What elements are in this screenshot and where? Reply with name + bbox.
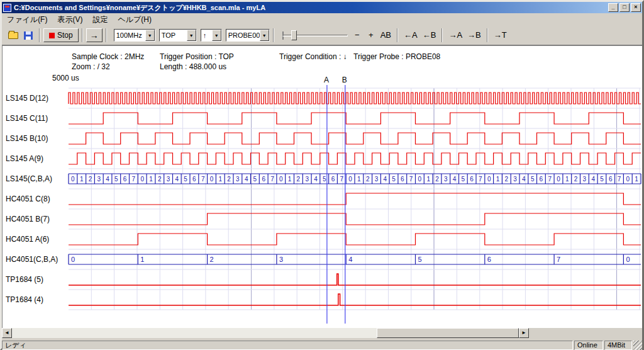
bus-value: 5 (462, 176, 465, 183)
minimize-button[interactable]: _ (608, 3, 618, 12)
waveform-ls145-b-10 (69, 133, 641, 144)
stop-button[interactable]: Stop (43, 28, 79, 42)
bus-value: 4 (522, 176, 526, 183)
waveform-hc4051-a-6 (69, 234, 641, 245)
resize-grip[interactable] (633, 341, 642, 350)
bus-value: 4 (314, 176, 318, 183)
jump-left-marker-a-button[interactable]: ←A (401, 28, 420, 42)
bus-value: 0 (279, 176, 283, 183)
status-ready-text: レディ (2, 341, 573, 350)
open-file-button[interactable] (6, 28, 21, 42)
menu-view[interactable]: 表示(V) (52, 13, 87, 26)
toolbar-separator (39, 28, 40, 42)
bus-value: 0 (140, 176, 144, 183)
time-origin-label: 5000 us (52, 74, 79, 82)
dropdown-arrow-icon[interactable] (145, 30, 155, 41)
bus-value: 5 (600, 176, 604, 183)
channel-label-ls145-c-11: LS145 C(11) (6, 114, 48, 123)
bus-value: 7 (409, 176, 413, 183)
channel-label-tp1684-5: TP1684 (5) (6, 275, 43, 284)
maximize-button[interactable]: □ (619, 3, 630, 12)
bus-value: 0 (210, 176, 214, 183)
bus-value: 5 (531, 176, 535, 183)
bus-value: 0 (626, 176, 630, 183)
trigger-probe-combo[interactable]: PROBE00 (226, 29, 270, 42)
bus-value: 2 (505, 176, 509, 183)
waveform-ls145-d-12 (69, 93, 641, 104)
bus-value: 2 (574, 176, 578, 183)
timing-diagram[interactable]: 5000 usLS145 D(12)LS145 C(11)LS145 B(10)… (3, 46, 643, 329)
scrollbar-thumb[interactable] (377, 328, 519, 338)
toolbar-separator (82, 28, 83, 42)
horizontal-scrollbar[interactable] (2, 328, 529, 338)
trigger-probe-value: PROBE00 (226, 30, 260, 41)
bus-value: 7 (479, 176, 482, 183)
app-window: C:¥Documents and Settings¥noname¥デスクトップ¥… (0, 0, 644, 350)
dropdown-arrow-icon[interactable] (187, 30, 196, 41)
waveform-ls145-a-9 (69, 153, 641, 164)
scroll-right-arrow-icon[interactable] (519, 328, 529, 338)
bus-value: 4 (453, 176, 457, 183)
bus-value: 7 (557, 256, 560, 263)
channel-label-hc4051-c-8: HC4051 C(8) (6, 195, 50, 203)
channel-label-hc4051-c-b-a: HC4051(C,B,A) (6, 255, 58, 264)
channel-label-ls145-c-b-a: LS145(C,B,A) (6, 174, 52, 183)
jump-left-marker-b-button[interactable]: ←B (420, 28, 439, 42)
zoom-slider[interactable] (280, 28, 350, 42)
trigger-position-value: TOP (160, 30, 187, 41)
bus-value: 3 (279, 256, 283, 263)
dropdown-arrow-icon[interactable] (260, 30, 269, 41)
bus-value: 6 (123, 176, 127, 183)
bus-value: 4 (591, 176, 595, 183)
bus-value: 3 (583, 176, 587, 183)
status-memory-badge: 4MBit (604, 341, 632, 350)
bus-value: 0 (557, 176, 560, 183)
bus-value: 7 (340, 176, 344, 183)
waveform-tp1684-4 (69, 294, 641, 305)
zoom-out-button[interactable]: − (350, 28, 364, 42)
bus-value: 1 (635, 176, 638, 183)
bus-value: 0 (348, 176, 352, 183)
bus-value: 4 (384, 176, 387, 183)
toolbar-separator (441, 28, 443, 42)
trigger-position-combo[interactable]: TOP (159, 29, 197, 42)
bus-value: 0 (626, 256, 630, 263)
bus-value: 5 (184, 176, 187, 183)
bus-value: 2 (89, 176, 92, 183)
menu-bar: ファイル(F) 表示(V) 設定 ヘルプ(H) (2, 13, 642, 26)
bus-value: 1 (565, 176, 569, 183)
app-icon (3, 4, 11, 12)
run-arrow-button[interactable]: → (86, 28, 103, 42)
bus-value: 2 (366, 176, 370, 183)
jump-right-marker-b-button[interactable]: →B (465, 28, 484, 42)
stop-icon (49, 33, 55, 38)
dropdown-arrow-icon[interactable] (212, 30, 221, 41)
ab-range-button[interactable]: AB (378, 28, 394, 42)
bus-value: 5 (323, 176, 326, 183)
close-button[interactable]: × (631, 3, 641, 12)
waveform-hc4051-c-8 (69, 193, 641, 205)
jump-right-marker-a-button[interactable]: →A (446, 28, 465, 42)
jump-trigger-button[interactable]: →T (491, 28, 509, 42)
zoom-in-button[interactable]: + (364, 28, 378, 42)
trigger-edge-value: ↑ (201, 30, 212, 41)
bus-value: 6 (540, 176, 543, 183)
trigger-edge-combo[interactable]: ↑ (201, 29, 222, 42)
channel-label-ls145-b-10: LS145 B(10) (6, 134, 48, 143)
zoom-slider-handle[interactable] (291, 30, 297, 40)
menu-settings[interactable]: 設定 (87, 13, 113, 26)
bus-value: 1 (80, 176, 84, 183)
title-bar[interactable]: C:¥Documents and Settings¥noname¥デスクトップ¥… (2, 2, 642, 13)
toolbar-separator (397, 28, 398, 42)
bus-value: 5 (114, 176, 118, 183)
toolbar-separator (487, 28, 488, 42)
sample-rate-combo[interactable]: 100MHz (114, 29, 155, 42)
menu-help[interactable]: ヘルプ(H) (113, 13, 157, 26)
waveform-hc4051-b-7 (69, 213, 641, 225)
toolbar-separator (106, 28, 107, 42)
bus-value: 3 (305, 176, 309, 183)
scroll-left-arrow-icon[interactable] (2, 328, 12, 338)
menu-file[interactable]: ファイル(F) (2, 13, 52, 26)
bus-value: 7 (270, 176, 274, 183)
save-file-button[interactable] (21, 28, 36, 42)
